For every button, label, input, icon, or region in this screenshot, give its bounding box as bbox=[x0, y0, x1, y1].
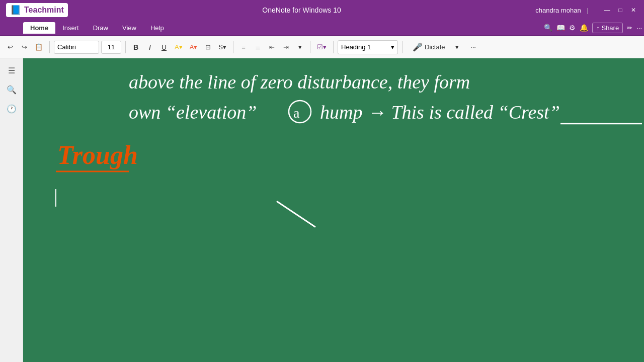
search-notes-icon[interactable]: 🔍 bbox=[544, 24, 552, 32]
svg-text:a: a bbox=[293, 105, 300, 121]
more-options-icon[interactable]: ··· bbox=[636, 24, 642, 32]
sidebar-nav-icon[interactable]: ☰ bbox=[4, 62, 20, 78]
user-name: chandra mohan bbox=[535, 7, 581, 14]
more-toolbar-button[interactable]: ··· bbox=[467, 40, 479, 54]
app-logo-text: Teachmint bbox=[24, 6, 64, 15]
eraser-button[interactable]: ⊡ bbox=[202, 40, 214, 54]
dictate-dropdown-button[interactable]: ▾ bbox=[451, 40, 463, 54]
window-controls[interactable]: — □ ✕ bbox=[603, 6, 638, 15]
dictate-area: 🎤 Dictate ▾ bbox=[409, 40, 463, 54]
separator-5 bbox=[333, 41, 334, 53]
outdent-button[interactable]: ⇤ bbox=[266, 40, 278, 54]
sidebar-search-icon[interactable]: 🔍 bbox=[4, 81, 20, 98]
minimize-button[interactable]: — bbox=[603, 6, 612, 15]
navtabs: Home Insert Draw View Help 🔍 📖 ⚙ 🔔 ↑ Sha… bbox=[0, 20, 644, 36]
svg-point-2 bbox=[289, 101, 311, 123]
microphone-icon: 🎤 bbox=[413, 42, 423, 52]
heading-value: Heading 1 bbox=[341, 43, 371, 51]
heading-dropdown-chevron: ▾ bbox=[391, 43, 394, 51]
titlebar-left: 📘 Teachmint bbox=[6, 3, 68, 17]
tab-help[interactable]: Help bbox=[143, 22, 171, 34]
svg-line-9 bbox=[277, 202, 315, 227]
app-logo-icon: 📘 bbox=[10, 5, 21, 16]
sidebar-history-icon[interactable]: 🕐 bbox=[4, 101, 20, 117]
separator-2 bbox=[125, 41, 126, 53]
checkbox-button[interactable]: ☑▾ bbox=[314, 40, 329, 54]
separator-3 bbox=[233, 41, 233, 53]
canvas-drawing: above the line of zero disturbance, they… bbox=[23, 58, 644, 362]
maximize-button[interactable]: □ bbox=[616, 6, 625, 15]
dictate-button[interactable]: 🎤 Dictate bbox=[409, 41, 449, 53]
list-dropdown-button[interactable]: ▾ bbox=[294, 40, 306, 54]
separator-6 bbox=[402, 41, 403, 53]
tab-insert[interactable]: Insert bbox=[55, 22, 86, 34]
titlebar-right: chandra mohan | — □ ✕ bbox=[535, 6, 638, 15]
numbering-button[interactable]: ≣ bbox=[252, 40, 264, 54]
tab-home[interactable]: Home bbox=[23, 22, 55, 34]
bold-button[interactable]: B bbox=[130, 40, 142, 54]
app-logo: 📘 Teachmint bbox=[6, 3, 68, 17]
titlebar-center: OneNote for Windows 10 bbox=[262, 6, 341, 14]
separator-line: | bbox=[587, 7, 589, 14]
edit-mode-icon[interactable]: ✏ bbox=[627, 24, 632, 32]
immersive-reader-icon[interactable]: 📖 bbox=[556, 24, 565, 32]
tab-draw[interactable]: Draw bbox=[86, 22, 115, 34]
titlebar: 📘 Teachmint OneNote for Windows 10 chand… bbox=[0, 0, 644, 20]
strikethrough-button[interactable]: S▾ bbox=[216, 40, 229, 54]
share-label[interactable]: ↑ Share bbox=[592, 23, 623, 33]
highlight-button[interactable]: A▾ bbox=[172, 40, 185, 54]
indent-button[interactable]: ⇥ bbox=[280, 40, 292, 54]
font-size-input[interactable]: 11 bbox=[101, 41, 121, 54]
note-canvas[interactable]: above the line of zero disturbance, they… bbox=[23, 58, 644, 362]
tab-view[interactable]: View bbox=[115, 22, 143, 34]
separator-4 bbox=[310, 41, 310, 53]
dictate-label: Dictate bbox=[425, 43, 445, 51]
svg-text:hump  →  This is called “Crest: hump → This is called “Crest” bbox=[320, 102, 560, 123]
font-name-input[interactable]: Calibri bbox=[54, 41, 99, 54]
heading-dropdown[interactable]: Heading 1 ▾ bbox=[338, 40, 398, 54]
bullets-button[interactable]: ≡ bbox=[237, 40, 250, 54]
close-button[interactable]: ✕ bbox=[629, 6, 638, 15]
italic-button[interactable]: I bbox=[144, 40, 156, 54]
sidebar: ☰ 🔍 🕐 bbox=[0, 58, 23, 362]
notifications-icon[interactable]: 🔔 bbox=[580, 24, 588, 32]
underline-button[interactable]: U bbox=[158, 40, 170, 54]
undo-button[interactable]: ↩ bbox=[4, 40, 16, 54]
svg-text:Trough: Trough bbox=[57, 141, 138, 169]
settings-icon[interactable]: ⚙ bbox=[569, 24, 576, 32]
separator-1 bbox=[49, 41, 50, 53]
svg-text:own “elevation”: own “elevation” bbox=[129, 102, 257, 123]
clipboard-button[interactable]: 📋 bbox=[32, 40, 45, 54]
svg-text:above  the  line  of       zer: above the line of zero disturbance, they… bbox=[129, 71, 470, 93]
text-color-button[interactable]: A▾ bbox=[187, 40, 200, 54]
redo-button[interactable]: ↪ bbox=[18, 40, 30, 54]
toolbar: ↩ ↪ 📋 Calibri 11 B I U A▾ A▾ ⊡ S▾ ≡ ≣ ⇤ … bbox=[0, 36, 644, 58]
